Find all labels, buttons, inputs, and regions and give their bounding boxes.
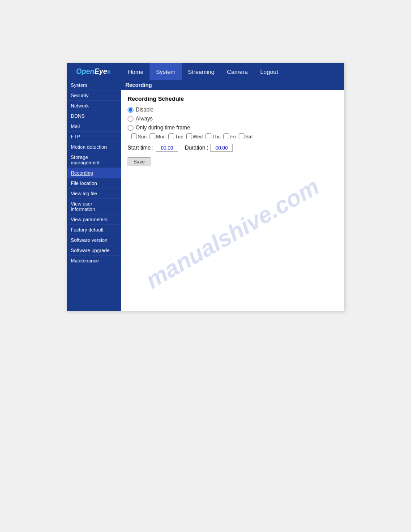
sidebar-item-network[interactable]: Network <box>67 101 121 111</box>
label-wed: Wed <box>193 134 203 139</box>
nav-logout[interactable]: Logout <box>254 63 284 80</box>
content-header: Recording <box>121 80 344 90</box>
nav-streaming[interactable]: Streaming <box>182 63 221 80</box>
top-nav: OpenEye® Home System Streaming Camera Lo… <box>67 63 344 80</box>
day-thu: Thu <box>206 133 221 139</box>
radio-disable: Disable <box>128 107 337 113</box>
content-body: Recording Schedule Disable Always Only d… <box>121 90 344 306</box>
day-sat: Sat <box>239 133 253 139</box>
sidebar-item-storage[interactable]: Storage management <box>67 152 121 168</box>
days-row: Sun Mon Tue Wed <box>131 133 337 139</box>
sidebar-item-system[interactable]: System <box>67 80 121 90</box>
time-row: Start time : Duration : <box>128 144 337 152</box>
sidebar-item-ftp[interactable]: FTP <box>67 132 121 142</box>
logo-dot: ® <box>107 70 110 75</box>
duration-input[interactable] <box>210 144 233 152</box>
sidebar-item-recording[interactable]: Recording <box>67 168 121 178</box>
radio-timeframe-label: Only during time frame <box>136 124 190 131</box>
label-fri: Fri <box>230 134 236 139</box>
checkbox-tue[interactable] <box>168 133 174 139</box>
checkbox-mon[interactable] <box>150 133 155 139</box>
checkbox-thu[interactable] <box>206 133 211 139</box>
sidebar-item-maintenance[interactable]: Maintenance <box>67 256 121 266</box>
start-time-field: Start time : <box>128 144 178 152</box>
sidebar-item-softupgrade[interactable]: Software upgrade <box>67 245 121 256</box>
radio-disable-label: Disable <box>136 107 154 113</box>
radio-timeframe-input[interactable] <box>128 125 133 131</box>
radio-disable-input[interactable] <box>128 107 133 113</box>
radio-always-label: Always <box>136 116 153 122</box>
section-title: Recording Schedule <box>128 95 337 102</box>
radio-timeframe: Only during time frame <box>128 124 337 131</box>
nav-camera[interactable]: Camera <box>221 63 254 80</box>
logo-area: OpenEye® <box>72 66 115 77</box>
sidebar-item-motion[interactable]: Motion detection <box>67 142 121 152</box>
watermark-container: manualshive.com <box>128 166 337 300</box>
logo-text: OpenEye® <box>76 68 111 75</box>
label-mon: Mon <box>156 134 166 139</box>
watermark-text: manualshive.com <box>141 173 324 294</box>
sidebar-item-mail[interactable]: Mail <box>67 121 121 132</box>
browser-frame: OpenEye® Home System Streaming Camera Lo… <box>67 63 344 311</box>
sidebar-item-viewuser[interactable]: View user information <box>67 199 121 215</box>
sidebar: System Security Network DDNS Mail FTP Mo… <box>67 80 121 311</box>
nav-system[interactable]: System <box>150 63 181 80</box>
start-time-label: Start time : <box>128 145 154 151</box>
day-sun: Sun <box>131 133 147 139</box>
checkbox-sat[interactable] <box>239 133 244 139</box>
duration-field: Duration : <box>185 144 233 152</box>
sidebar-item-filelocation[interactable]: File location <box>67 178 121 189</box>
sidebar-item-factory[interactable]: Factory default <box>67 225 121 235</box>
label-sun: Sun <box>138 134 147 139</box>
sidebar-item-security[interactable]: Security <box>67 90 121 101</box>
save-button[interactable]: Save <box>128 157 150 166</box>
start-time-input[interactable] <box>156 144 178 152</box>
label-sat: Sat <box>245 134 253 139</box>
nav-home[interactable]: Home <box>122 63 150 80</box>
label-tue: Tue <box>175 134 184 139</box>
day-fri: Fri <box>223 133 236 139</box>
day-wed: Wed <box>186 133 203 139</box>
sidebar-item-ddns[interactable]: DDNS <box>67 111 121 121</box>
sidebar-item-viewlog[interactable]: View log file <box>67 189 121 199</box>
nav-items: Home System Streaming Camera Logout <box>122 63 284 80</box>
day-mon: Mon <box>150 133 166 139</box>
sidebar-item-viewparams[interactable]: View parameters <box>67 215 121 225</box>
checkbox-wed[interactable] <box>186 133 192 139</box>
day-tue: Tue <box>168 133 184 139</box>
duration-label: Duration : <box>185 145 208 151</box>
radio-always: Always <box>128 116 337 122</box>
sidebar-spacer <box>67 266 121 311</box>
label-thu: Thu <box>212 134 221 139</box>
checkbox-sun[interactable] <box>131 133 137 139</box>
main-layout: System Security Network DDNS Mail FTP Mo… <box>67 80 344 311</box>
content-area: Recording Recording Schedule Disable Alw… <box>121 80 344 311</box>
radio-always-input[interactable] <box>128 116 133 122</box>
checkbox-fri[interactable] <box>223 133 229 139</box>
sidebar-item-softversion[interactable]: Software version <box>67 235 121 245</box>
